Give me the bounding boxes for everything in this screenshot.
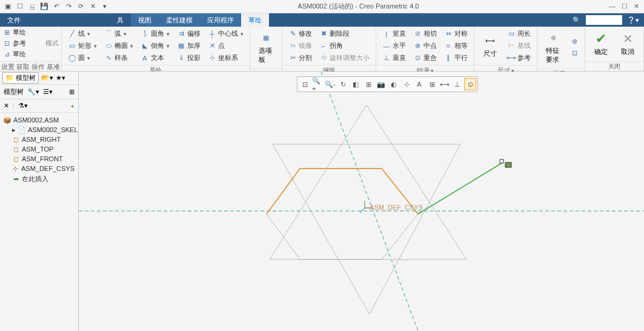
point-button[interactable]: ✕点 [205,40,246,52]
dimension-button[interactable]: ⟷ 尺寸 [478,31,502,61]
divide-button[interactable]: ✂分割 [286,52,314,64]
palette-button[interactable]: ▦ 选项板 [254,28,278,67]
sketch-ref[interactable]: ⊡参考模式 [0,38,61,48]
inspect-2[interactable]: ⊡ [568,48,581,59]
text-button[interactable]: A文本 [138,52,172,64]
mirror-button[interactable]: ⇋镜像 [286,40,314,52]
sketch-setup-1[interactable]: ⊞草绘 [0,27,61,38]
line-button[interactable]: ╱线▾ [65,28,99,39]
filter-x-icon[interactable]: ✕ [4,102,9,110]
inspect-1[interactable]: ⊗ [568,36,581,47]
refit-icon[interactable]: ⊡ [299,78,311,90]
undo-icon[interactable]: ↶ [51,1,62,12]
folder-tab[interactable]: 📂▾ [41,74,53,82]
coincident-button[interactable]: ⊙重合 [411,52,439,64]
corner-button[interactable]: ⌐拐角 [317,40,372,52]
tree-right[interactable]: ◻ASM_RIGHT [1,135,77,144]
ok-button[interactable]: ✔ 确定 [589,29,613,59]
close-win-icon[interactable]: ✕ [87,1,98,12]
feature-req-button[interactable]: ⊕ 特征要求 [541,28,565,67]
help-dropdown-icon[interactable]: ❔▾ [627,16,639,24]
centerline-button[interactable]: ┼中心线▾ [205,28,246,39]
tree-insert[interactable]: ➡在此插入 [1,173,77,185]
reference-button[interactable]: ⟷参考 [505,52,533,64]
equal-button[interactable]: =相等 [442,40,470,52]
vertical-icon: | [382,30,391,38]
horizontal-button[interactable]: ―水平 [380,40,408,52]
close-icon[interactable]: ✕ [634,2,639,10]
offset-button[interactable]: ⇉偏移 [174,28,203,39]
disp-style-icon[interactable]: ◐ [388,78,400,90]
csys-button[interactable]: ⊹坐标系 [205,52,246,64]
arc-button[interactable]: ⌒弧▾ [102,28,136,39]
circle-button[interactable]: ◯圆▾ [65,52,99,64]
sketch-setup-2[interactable]: ⊿草绘 [0,48,61,59]
minimize-icon[interactable]: — [609,2,616,10]
tree-filter-icon[interactable]: ⊞ [69,88,75,96]
modify-button[interactable]: ✎修改 [286,28,314,39]
tree-skel[interactable]: ▸📄ASM0002_SKEL.PRT [1,125,77,135]
svg-line-8 [360,208,365,213]
fav-tab[interactable]: ★▾ [56,74,65,82]
tree-tab[interactable]: 📁 模型树 [2,72,39,84]
repaint-icon[interactable]: ↻ [337,78,349,90]
redo-icon[interactable]: ↷ [63,1,74,12]
perpendicular-button[interactable]: ⊥垂直 [380,52,408,64]
maximize-icon[interactable]: ☐ [622,2,628,10]
search-icon[interactable]: 🔍 [573,16,581,24]
parallel-button[interactable]: ∥平行 [442,52,470,64]
rotate-resize-button[interactable]: ⟲旋转调整大小 [317,52,372,64]
offset-icon: ⇉ [177,30,185,38]
filter-add-icon[interactable]: + [71,102,75,110]
datum-disp-icon[interactable]: ⊹ [400,78,413,90]
spline-button[interactable]: ∿样条 [102,52,136,64]
tab-flex[interactable]: 柔性建模 [159,13,200,27]
save-icon[interactable]: 💾 [39,1,50,12]
thicken-button[interactable]: ▦加厚 [174,40,203,52]
rect-button[interactable]: ▭矩形▾ [65,40,99,52]
delete-seg-button[interactable]: ✖删除段 [317,28,372,39]
tree-top[interactable]: ◻ASM_TOP [1,144,77,154]
regen-icon[interactable]: ⟳ [75,1,86,12]
vertex-disp-icon[interactable]: ⊙ [464,78,476,90]
new-icon[interactable]: ☐ [15,1,25,12]
chamfer-button[interactable]: ◣倒角▾ [138,40,172,52]
saved-views-icon[interactable]: 📷 [375,78,387,90]
midpoint-button[interactable]: ⊕中点 [411,40,439,52]
symmetric-button[interactable]: ⇔对称 [442,28,470,39]
graphics-canvas[interactable]: ASM_DEF_CSYS ⊡ 🔍+ 🔍- ↻ ◧ ⊞ 📷 ◐ ⊹ A ⊞ ⟷ ⊥… [79,72,644,331]
cancel-button[interactable]: ✕ 取消 [616,29,640,59]
tree-settings-icon[interactable]: 🔧▾ [27,88,39,96]
tab-file[interactable]: 文件 [0,13,28,27]
constraint-disp-icon[interactable]: ⊥ [451,78,463,90]
ellipse-button[interactable]: ⬭椭圆▾ [102,40,136,52]
baseline-button[interactable]: ⊢基线 [505,40,533,52]
zoom-out-icon[interactable]: 🔍- [324,78,336,90]
annot-disp-icon[interactable]: A [413,78,425,90]
delete-icon: ✖ [319,30,328,38]
tab-app[interactable]: 应用程序 [200,13,241,27]
tab-sketch[interactable]: 草绘 [241,13,269,27]
tree-root[interactable]: 📦ASM0002.ASM [1,115,77,125]
tree-front[interactable]: ◻ASM_FRONT [1,154,77,164]
tab-view[interactable]: 视图 [131,13,159,27]
fillet-button[interactable]: ⟆圆角▾ [138,28,172,39]
shade-icon[interactable]: ◧ [350,78,362,90]
vertical-button[interactable]: |竖直 [380,28,408,39]
search-input[interactable] [586,15,622,25]
tangent-button[interactable]: ⊘相切 [411,28,439,39]
zoom-in-icon[interactable]: 🔍+ [311,78,324,90]
tree-show-icon[interactable]: ☰▾ [43,88,53,96]
more-icon[interactable]: ▾ [99,1,110,12]
open-icon[interactable]: ⌸ [27,1,38,12]
dim-disp-icon[interactable]: ⟷ [439,78,451,90]
view-orient-icon[interactable]: ⊞ [362,78,374,90]
app-icon[interactable]: ▣ [2,1,13,12]
tab-tool-placeholder[interactable]: 具 [28,13,131,27]
expand-icon[interactable]: ▸ [12,126,16,133]
filter-funnel-icon[interactable]: ⚗▾ [18,102,28,110]
grid-disp-icon[interactable]: ⊞ [426,78,438,90]
project-button[interactable]: ⇓投影 [174,52,203,64]
perimeter-button[interactable]: ▭周长 [505,28,533,39]
tree-csys[interactable]: ⊹ASM_DEF_CSYS [1,164,77,173]
